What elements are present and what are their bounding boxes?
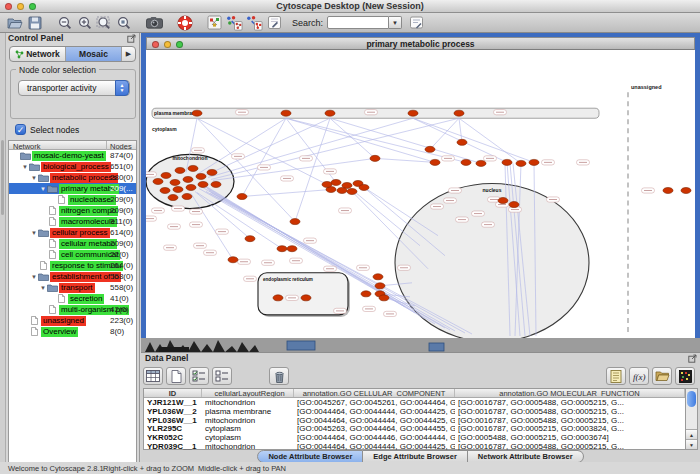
graph-node[interactable] (325, 110, 335, 116)
graph-node[interactable] (211, 181, 221, 187)
graph-node[interactable] (290, 219, 300, 225)
graph-node[interactable] (198, 181, 208, 187)
graph-node[interactable] (516, 160, 526, 166)
matrix-view-icon[interactable] (675, 367, 695, 385)
search-options-icon[interactable] (408, 15, 425, 31)
graph-node[interactable] (161, 172, 171, 178)
tree-row[interactable]: ▼primary metabo209(... (9, 183, 136, 194)
graph-node[interactable] (359, 184, 369, 190)
new-attribute-icon[interactable] (166, 367, 186, 385)
graph-node[interactable] (454, 110, 464, 116)
select-nodes-checkbox[interactable]: ✓ (15, 124, 26, 135)
graph-node[interactable] (502, 159, 512, 165)
tree-row[interactable]: cell communicat22(0) (9, 249, 136, 260)
unselect-attributes-icon[interactable] (212, 367, 232, 385)
graph-node[interactable] (173, 186, 183, 192)
tree-row[interactable]: ▼establishment of lo558(0) (9, 271, 136, 282)
open-folder-icon[interactable] (6, 15, 23, 31)
graph-node[interactable] (168, 195, 178, 201)
graph-node[interactable] (331, 179, 341, 185)
tree-row[interactable]: ▼cellular process614(0) (9, 227, 136, 238)
expander-icon[interactable]: ▼ (39, 186, 47, 192)
graph-node[interactable] (337, 187, 347, 193)
function-builder-icon[interactable]: f(x) (629, 367, 649, 385)
table-row[interactable]: YKR052Ccytoplasm[GO:0044464, GO:0044446,… (144, 433, 685, 442)
graph-node[interactable] (663, 187, 673, 193)
graph-node[interactable] (160, 187, 170, 193)
tree-row[interactable]: ▼metabolic process280(0) (9, 172, 136, 183)
import-attributes-icon[interactable] (652, 367, 672, 385)
float-panel-icon[interactable] (127, 34, 136, 43)
graph-node[interactable] (476, 160, 486, 166)
graph-node[interactable] (509, 202, 519, 208)
expander-icon[interactable]: ▼ (30, 175, 38, 181)
tree-row[interactable]: nitrogen compo209(0) (9, 205, 136, 216)
column-header[interactable]: _cellularLayoutRegion (202, 389, 294, 397)
graph-node[interactable] (228, 257, 238, 263)
graph-node[interactable] (277, 246, 287, 252)
attribute-table-icon[interactable] (143, 367, 163, 385)
graph-node[interactable] (375, 283, 385, 289)
table-row[interactable]: YJR121W__1mitochondrion[GO:0045267, GO:0… (144, 398, 685, 407)
graph-node[interactable] (281, 110, 291, 116)
left-scrollbar-thumb[interactable] (1, 140, 4, 215)
float-data-panel-icon[interactable] (688, 354, 697, 363)
scroll-down-icon[interactable]: ▼ (686, 439, 697, 449)
network-view-titlebar[interactable]: primary metabolic process (146, 37, 695, 50)
annotation-icon[interactable] (266, 15, 283, 31)
tree-row[interactable]: ▼transport558(0) (9, 282, 136, 293)
network-view-icon[interactable] (206, 15, 223, 31)
network-canvas[interactable]: unassignedplasma membranecytoplasmnucleu… (146, 50, 695, 338)
tree-row[interactable]: macromolecule311(0) (9, 216, 136, 227)
zoom-fit-icon[interactable] (96, 15, 113, 31)
graph-node[interactable] (430, 159, 440, 165)
snapshot-icon[interactable] (146, 15, 163, 31)
zoom-in-icon[interactable] (76, 15, 93, 31)
table-scrollbar[interactable]: ▲ ▼ (685, 388, 698, 450)
graph-node[interactable] (457, 139, 467, 145)
expander-icon[interactable]: ▼ (21, 164, 29, 170)
tree-row[interactable]: response to stimulu264(0) (9, 260, 136, 271)
graph-node[interactable] (373, 274, 383, 280)
graph-node[interactable] (379, 295, 389, 301)
search-input[interactable] (327, 16, 389, 29)
tree-row[interactable]: cellular metabo209(0) (9, 238, 136, 249)
graph-node[interactable] (287, 246, 297, 252)
expander-icon[interactable]: ▼ (30, 274, 38, 280)
graph-node[interactable] (322, 181, 332, 187)
select-attributes-icon[interactable] (189, 367, 209, 385)
graph-node[interactable] (183, 176, 193, 182)
save-icon[interactable] (26, 15, 43, 31)
table-row[interactable]: YPL036W__1mitochondrion[GO:0044464, GO:0… (144, 416, 685, 425)
new-network-from-selection-icon[interactable] (226, 15, 243, 31)
graph-node[interactable] (207, 169, 217, 175)
column-header[interactable]: ID (144, 389, 202, 397)
help-icon[interactable] (176, 15, 193, 31)
table-row[interactable]: YPL036W__2plasma membrane[GO:0044464, GO… (144, 407, 685, 416)
graph-node[interactable] (182, 193, 192, 199)
attribute-editor-icon[interactable] (606, 367, 626, 385)
graph-node[interactable] (153, 178, 163, 184)
tree-row[interactable]: Overview8(0) (9, 326, 136, 337)
graph-node[interactable] (170, 179, 180, 185)
tab-overflow-arrow-icon[interactable]: ▶ (122, 47, 135, 61)
tree-row[interactable]: ▼biological_process651(0) (9, 161, 136, 172)
graph-node[interactable] (273, 295, 283, 301)
graph-node[interactable] (237, 193, 247, 199)
graph-node[interactable] (186, 184, 196, 190)
column-header[interactable]: annotation.GO CELLULAR_COMPONENT (294, 389, 455, 397)
new-network-selected-edges-icon[interactable] (246, 15, 263, 31)
graph-node[interactable] (192, 110, 202, 116)
column-header[interactable]: annotation.GO MOLECULAR_FUNCTION (455, 389, 685, 397)
zoom-selected-icon[interactable] (116, 15, 133, 31)
graph-node[interactable] (175, 167, 185, 173)
expander-icon[interactable]: ▼ (30, 230, 38, 236)
tree-row[interactable]: nucleobase-209(0) (9, 194, 136, 205)
search-dropdown-icon[interactable]: ▼ (389, 16, 402, 29)
delete-attribute-icon[interactable] (269, 367, 289, 385)
window-titlebar[interactable]: Cytoscape Desktop (New Session) (0, 0, 700, 13)
tab-network[interactable]: Network (10, 47, 66, 61)
tab-mosaic[interactable]: Mosaic (66, 47, 122, 61)
graph-node[interactable] (498, 198, 508, 204)
expander-icon[interactable]: ▼ (39, 285, 47, 291)
